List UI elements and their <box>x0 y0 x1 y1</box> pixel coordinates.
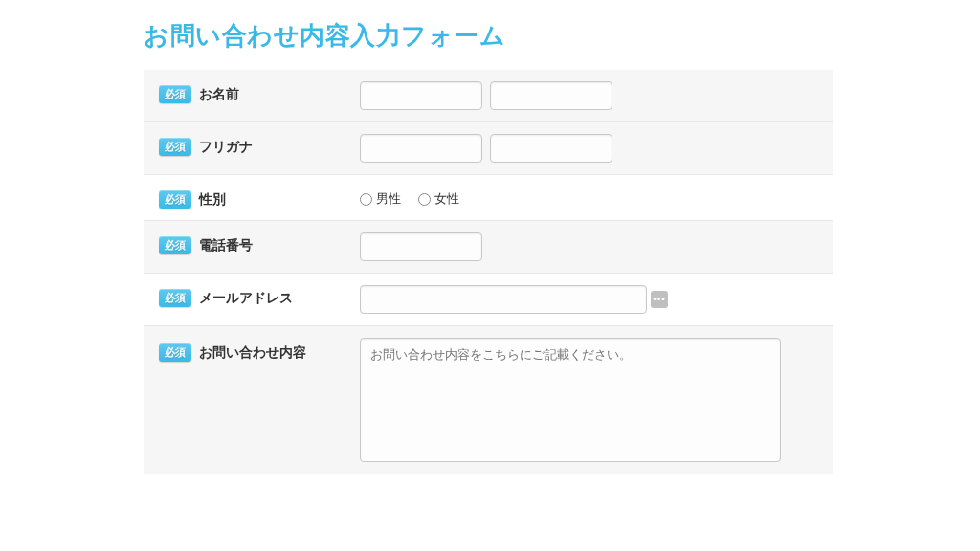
email-input[interactable] <box>360 285 647 314</box>
furigana-first-input[interactable] <box>490 134 612 163</box>
label-phone: 電話番号 <box>199 237 253 254</box>
row-gender: 必須 性別 男性 女性 <box>144 175 833 221</box>
required-badge: 必須 <box>159 85 191 103</box>
required-badge: 必須 <box>159 289 191 307</box>
contact-form: 必須 お名前 必須 フリガナ 必須 性別 <box>144 70 833 474</box>
gender-female-label: 女性 <box>434 190 459 208</box>
dots-icon: ••• <box>653 295 666 304</box>
required-badge: 必須 <box>159 236 191 254</box>
label-cell-phone: 必須 電話番号 <box>159 232 360 254</box>
input-cell-gender: 男性 女性 <box>360 187 817 208</box>
email-autofill-icon[interactable]: ••• <box>651 291 668 308</box>
row-name: 必須 お名前 <box>144 70 833 122</box>
label-cell-furigana: 必須 フリガナ <box>159 134 360 156</box>
name-last-input[interactable] <box>360 81 482 110</box>
row-furigana: 必須 フリガナ <box>144 122 833 175</box>
input-cell-phone <box>360 232 817 261</box>
label-cell-name: 必須 お名前 <box>159 81 360 103</box>
label-furigana: フリガナ <box>199 139 253 156</box>
form-title: お問い合わせ内容入力フォーム <box>144 19 980 53</box>
label-inquiry: お問い合わせ内容 <box>199 344 306 362</box>
required-badge: 必須 <box>159 190 191 209</box>
row-phone: 必須 電話番号 <box>144 221 833 274</box>
required-badge: 必須 <box>159 343 191 362</box>
radio-icon <box>360 193 372 206</box>
label-cell-inquiry: 必須 お問い合わせ内容 <box>159 338 360 362</box>
input-cell-inquiry <box>360 338 817 462</box>
label-name: お名前 <box>199 86 239 103</box>
row-inquiry: 必須 お問い合わせ内容 <box>144 326 833 474</box>
gender-male-option[interactable]: 男性 <box>360 190 401 208</box>
gender-female-option[interactable]: 女性 <box>418 190 459 208</box>
name-first-input[interactable] <box>490 81 612 110</box>
input-cell-name <box>360 81 817 110</box>
input-cell-furigana <box>360 134 817 163</box>
input-cell-email: ••• <box>360 285 817 314</box>
label-gender: 性別 <box>199 191 226 209</box>
label-email: メールアドレス <box>199 290 293 307</box>
inquiry-textarea[interactable] <box>360 338 781 462</box>
radio-icon <box>418 193 431 206</box>
row-email: 必須 メールアドレス ••• <box>144 274 833 326</box>
required-badge: 必須 <box>159 138 191 156</box>
label-cell-gender: 必須 性別 <box>159 187 360 209</box>
furigana-last-input[interactable] <box>360 134 482 163</box>
gender-male-label: 男性 <box>376 190 401 208</box>
gender-radio-group: 男性 女性 <box>360 187 459 208</box>
phone-input[interactable] <box>360 232 482 261</box>
label-cell-email: 必須 メールアドレス <box>159 285 360 307</box>
